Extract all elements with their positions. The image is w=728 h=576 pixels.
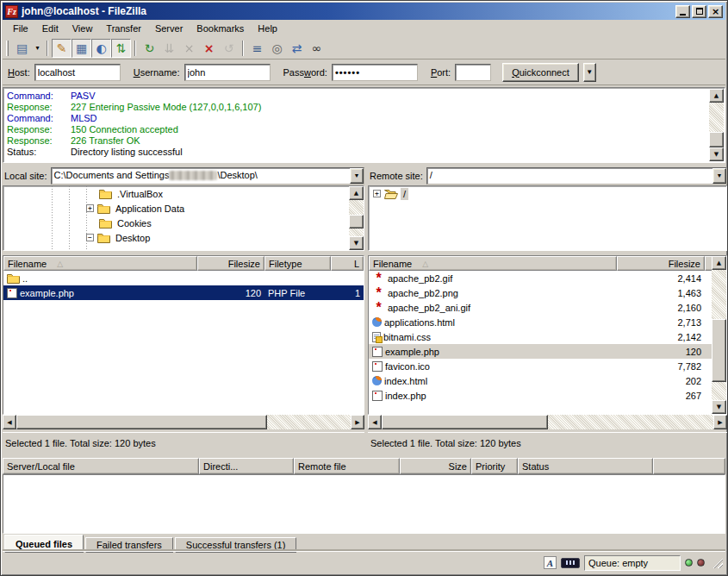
file-row-apache-pb2-ani-gif[interactable]: *apache_pb2_ani.gif2,160 bbox=[369, 300, 726, 315]
scrollbar-thumb[interactable] bbox=[16, 415, 267, 429]
remote-list-hscrollbar[interactable]: ◀ ▶ bbox=[368, 415, 727, 429]
scrollbar-track[interactable] bbox=[712, 270, 726, 400]
quickconnect-dropdown-button[interactable]: ▼ bbox=[583, 63, 596, 82]
scroll-up-button[interactable]: ▲ bbox=[709, 89, 724, 103]
scroll-left-button[interactable]: ◀ bbox=[368, 415, 382, 429]
column-header-filesize[interactable]: Filesize bbox=[617, 256, 705, 271]
scrollbar-track[interactable] bbox=[349, 200, 364, 236]
scrollbar-thumb[interactable] bbox=[382, 415, 548, 429]
local-tree-scrollbar[interactable]: ▲ ▼ bbox=[349, 186, 364, 250]
queue-column-blank[interactable] bbox=[653, 458, 725, 474]
menu-view[interactable]: View bbox=[65, 21, 100, 36]
close-button[interactable]: × bbox=[708, 5, 723, 18]
site-manager-button[interactable]: ▤ bbox=[12, 39, 32, 58]
tree-item-desktop[interactable]: −Desktop bbox=[3, 230, 364, 245]
synchronized-browsing-button[interactable]: ⇄ bbox=[287, 39, 307, 58]
tree-item-label: Application Data bbox=[113, 203, 187, 215]
title-bar[interactable]: Fz john@localhost - FileZilla × bbox=[3, 3, 725, 20]
tree-item-virtualbox[interactable]: .VirtualBox bbox=[3, 186, 364, 201]
scrollbar-track[interactable] bbox=[382, 415, 713, 429]
local-site-combobox[interactable]: C:\Documents and Settings\Desktop\ ▼ bbox=[51, 167, 364, 185]
toolbar-gripper[interactable] bbox=[6, 41, 9, 56]
file-row-apache-pb2-png[interactable]: *apache_pb2.png1,463 bbox=[369, 285, 726, 300]
column-header-l[interactable]: L bbox=[331, 256, 364, 271]
remote-status-text: Selected 1 file. Total size: 120 bytes bbox=[368, 432, 727, 454]
local-list-hscrollbar[interactable]: ◀ ▶ bbox=[3, 415, 364, 429]
remote-list-scrollbar[interactable]: ▲ ▼ bbox=[712, 256, 726, 414]
toggle-message-log-button[interactable]: ✎ bbox=[52, 39, 72, 58]
queue-column-priority[interactable]: Priority bbox=[471, 458, 518, 474]
tree-item-cookies[interactable]: Cookies bbox=[3, 216, 364, 230]
filter-button[interactable]: ≡ bbox=[247, 39, 267, 58]
refresh-button[interactable]: ↻ bbox=[140, 39, 159, 58]
file-row-index-html[interactable]: index.html202 bbox=[369, 373, 726, 388]
scroll-right-button[interactable]: ▶ bbox=[713, 415, 727, 429]
toggle-transfer-queue-button[interactable]: ⇅ bbox=[111, 39, 131, 58]
maximize-button[interactable] bbox=[692, 5, 706, 18]
expand-icon[interactable]: + bbox=[86, 204, 94, 212]
file-row-favicon-ico[interactable]: favicon.ico7,782 bbox=[369, 359, 726, 373]
file-row-item[interactable]: .. bbox=[3, 271, 364, 285]
menu-transfer[interactable]: Transfer bbox=[99, 21, 148, 36]
scroll-down-button[interactable]: ▼ bbox=[709, 147, 724, 161]
scroll-up-button[interactable]: ▲ bbox=[712, 256, 726, 270]
scroll-right-button[interactable]: ▶ bbox=[351, 415, 364, 429]
file-row-applications-html[interactable]: applications.html2,713 bbox=[369, 315, 726, 329]
remote-site-combobox[interactable]: / ▼ bbox=[426, 167, 727, 185]
file-row-example-php[interactable]: example.php120 bbox=[369, 344, 726, 359]
scrollbar-track[interactable] bbox=[16, 415, 351, 429]
scroll-down-button[interactable]: ▼ bbox=[712, 400, 726, 414]
toggle-remote-tree-button[interactable]: ◐ bbox=[91, 39, 111, 58]
queue-column-size[interactable]: Size bbox=[400, 458, 471, 474]
menu-edit[interactable]: Edit bbox=[35, 21, 65, 36]
file-row-example-php[interactable]: example.php120PHP File1 bbox=[3, 285, 364, 300]
scrollbar-thumb[interactable] bbox=[349, 215, 364, 229]
file-row-apache-pb2-gif[interactable]: *apache_pb2.gif2,414 bbox=[369, 271, 726, 285]
username-input[interactable] bbox=[184, 64, 271, 81]
speed-limit-icon[interactable] bbox=[561, 558, 580, 568]
column-header-filesize[interactable]: Filesize bbox=[197, 256, 264, 271]
toggle-local-tree-button[interactable]: ▦ bbox=[72, 39, 91, 58]
chevron-down-icon: ▼ bbox=[354, 172, 360, 178]
log-scrollbar[interactable]: ▲ ▼ bbox=[709, 89, 724, 161]
column-header-filename[interactable]: Filename△ bbox=[369, 256, 617, 271]
local-site-dropdown-button[interactable]: ▼ bbox=[350, 168, 364, 184]
collapse-icon[interactable]: − bbox=[86, 234, 94, 241]
expand-icon[interactable]: + bbox=[373, 190, 381, 197]
host-input[interactable] bbox=[34, 64, 121, 81]
resize-grip[interactable] bbox=[712, 557, 723, 568]
file-row-bitnami-css[interactable]: bitnami.css2,142 bbox=[369, 329, 726, 344]
column-header-filetype[interactable]: Filetype bbox=[264, 256, 331, 271]
quickconnect-button[interactable]: Quickconnect bbox=[502, 63, 579, 82]
scrollbar-thumb[interactable] bbox=[712, 319, 726, 381]
queue-column-remote-file[interactable]: Remote file bbox=[294, 458, 400, 474]
tab-queued-files[interactable]: Queued files bbox=[4, 535, 84, 553]
password-input[interactable] bbox=[332, 64, 418, 81]
find-files-button[interactable]: ∞ bbox=[307, 39, 327, 58]
data-type-indicator-icon[interactable]: A bbox=[544, 556, 557, 569]
menu-bookmarks[interactable]: Bookmarks bbox=[190, 21, 251, 36]
disconnect-button[interactable]: × bbox=[199, 39, 219, 58]
queue-column-directi[interactable]: Directi... bbox=[199, 458, 294, 474]
tree-item-application-data[interactable]: +Application Data bbox=[3, 201, 364, 216]
menu-server[interactable]: Server bbox=[148, 21, 190, 36]
tree-item-item[interactable]: +/ bbox=[369, 186, 726, 201]
site-manager-dropdown-button[interactable]: ▾ bbox=[32, 39, 43, 58]
menu-help[interactable]: Help bbox=[251, 21, 284, 36]
queue-column-status[interactable]: Status bbox=[518, 458, 653, 474]
column-header-filename[interactable]: Filename△ bbox=[3, 256, 197, 271]
scroll-down-button[interactable]: ▼ bbox=[349, 236, 364, 250]
menu-file[interactable]: File bbox=[6, 21, 35, 36]
scroll-up-button[interactable]: ▲ bbox=[349, 186, 364, 200]
remote-site-dropdown-button[interactable]: ▼ bbox=[712, 168, 726, 184]
minimize-button[interactable] bbox=[675, 5, 690, 18]
menu-bar: FileEditViewTransferServerBookmarksHelp bbox=[3, 20, 725, 37]
toggle-transfer-queue-icon: ⇅ bbox=[116, 42, 127, 54]
directory-comparison-button[interactable]: ◎ bbox=[267, 39, 287, 58]
file-row-index-php[interactable]: index.php267 bbox=[369, 388, 726, 403]
scrollbar-track[interactable] bbox=[709, 103, 724, 147]
scrollbar-thumb[interactable] bbox=[709, 132, 724, 147]
scroll-left-button[interactable]: ◀ bbox=[3, 415, 16, 429]
port-input[interactable] bbox=[455, 64, 491, 81]
queue-column-server-local-file[interactable]: Server/Local file bbox=[3, 458, 199, 474]
